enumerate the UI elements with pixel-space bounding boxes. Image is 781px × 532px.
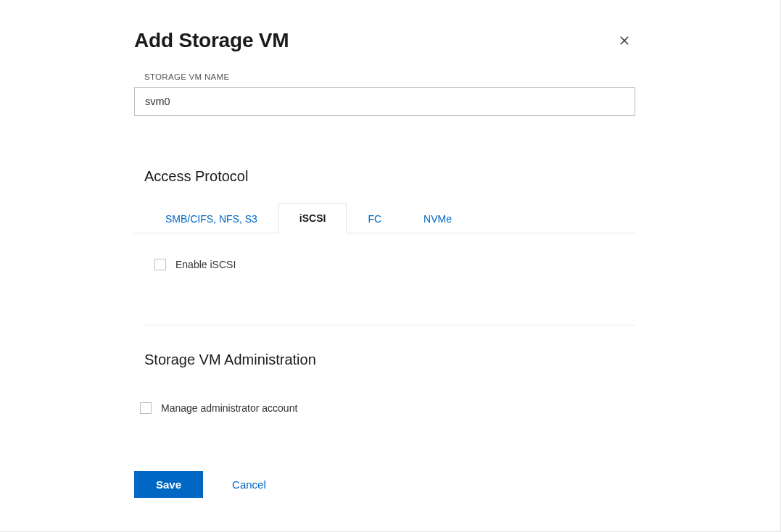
tab-smb-cifs-nfs-s3[interactable]: SMB/CIFS, NFS, S3: [144, 204, 278, 233]
storage-vm-name-input[interactable]: [134, 87, 635, 116]
manage-admin-label: Manage administrator account: [161, 402, 297, 414]
storage-vm-name-label: STORAGE VM NAME: [144, 72, 635, 81]
storage-vm-administration-heading: Storage VM Administration: [144, 352, 635, 368]
page-title: Add Storage VM: [134, 29, 289, 52]
tab-nvme[interactable]: NVMe: [402, 204, 473, 233]
close-button[interactable]: [613, 30, 635, 51]
administration-body: Manage administrator account: [134, 386, 635, 416]
tab-body-iscsi: Enable iSCSI: [134, 233, 635, 325]
divider: [144, 325, 635, 325]
panel-header: Add Storage VM: [134, 29, 635, 52]
tab-fc[interactable]: FC: [347, 204, 402, 233]
enable-iscsi-checkbox[interactable]: [154, 259, 166, 270]
enable-iscsi-label: Enable iSCSI: [175, 259, 236, 270]
close-icon: [618, 34, 631, 47]
cancel-button[interactable]: Cancel: [228, 471, 270, 498]
panel-footer: Save Cancel: [134, 471, 635, 498]
access-protocol-tabs: SMB/CIFS, NFS, S3 iSCSI FC NVMe: [134, 202, 635, 233]
tab-iscsi[interactable]: iSCSI: [278, 203, 347, 233]
manage-admin-checkbox[interactable]: [140, 402, 152, 414]
access-protocol-heading: Access Protocol: [144, 168, 635, 185]
add-storage-vm-panel: Add Storage VM STORAGE VM NAME Access Pr…: [0, 0, 781, 532]
save-button[interactable]: Save: [134, 471, 203, 498]
